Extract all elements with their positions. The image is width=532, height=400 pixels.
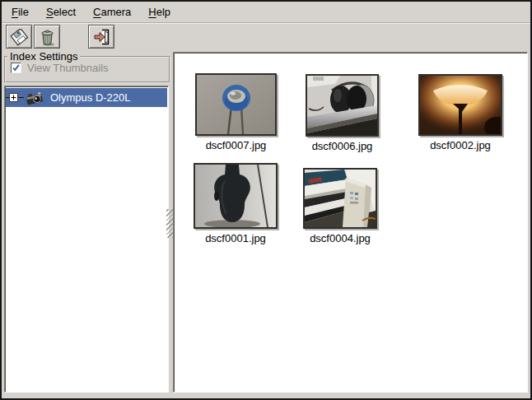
thumbnail-filename: dscf0007.jpg — [195, 139, 277, 151]
thumbnail-image-dscf0006[interactable] — [306, 74, 379, 137]
index-settings-frame: Index Settings View Thumbnails — [4, 56, 170, 83]
thumbnail-panel: dscf0007.jpg dscf0006.jpg — [173, 52, 528, 393]
checkmark-icon — [12, 63, 21, 72]
delete-button[interactable] — [34, 25, 60, 49]
gtkam-window: File Select Camera Help — [0, 0, 532, 400]
thumbnail-cell: dscf0007.jpg — [195, 73, 277, 151]
menubar: File Select Camera Help — [2, 2, 530, 23]
tree-item-label: Olympus D-220L — [50, 91, 131, 104]
frame-title: Index Settings — [7, 50, 80, 63]
thumbnail-cell: dscf0002.jpg — [418, 74, 502, 151]
menu-select[interactable]: Select — [44, 4, 78, 20]
thumbnail-cell: dscf0001.jpg — [194, 163, 278, 244]
view-thumbnails-label: View Thumbnails — [27, 62, 109, 74]
view-thumbnails-checkbox[interactable] — [11, 63, 21, 73]
trash-icon — [37, 27, 57, 47]
menu-file[interactable]: File — [9, 4, 31, 20]
thumbnail-image-dscf0001[interactable] — [194, 163, 278, 229]
thumbnail-image-dscf0007[interactable] — [195, 73, 277, 136]
exit-door-icon — [91, 27, 111, 47]
menu-help[interactable]: Help — [146, 4, 173, 20]
thumbnail-image-dscf0004[interactable] — [303, 168, 377, 229]
plus-box-icon[interactable] — [9, 93, 18, 102]
pane-splitter-grip[interactable] — [166, 209, 173, 238]
camera-tree: Olympus D-220L — [4, 86, 169, 393]
camera-icon — [25, 91, 44, 105]
thumbnail-filename: dscf0001.jpg — [194, 232, 278, 244]
exit-button[interactable] — [88, 25, 114, 49]
save-button[interactable] — [6, 25, 32, 49]
thumbnail-filename: dscf0006.jpg — [306, 140, 379, 152]
thumbnail-cell: dscf0006.jpg — [306, 74, 379, 152]
menu-camera[interactable]: Camera — [91, 4, 133, 20]
thumbnail-filename: dscf0002.jpg — [418, 139, 502, 151]
save-floppy-icon — [9, 27, 29, 47]
thumbnail-filename: dscf0004.jpg — [303, 232, 377, 244]
thumbnail-cell: dscf0004.jpg — [303, 168, 377, 244]
thumbnail-image-dscf0002[interactable] — [418, 74, 502, 136]
tree-row-olympus[interactable]: Olympus D-220L — [6, 88, 167, 107]
